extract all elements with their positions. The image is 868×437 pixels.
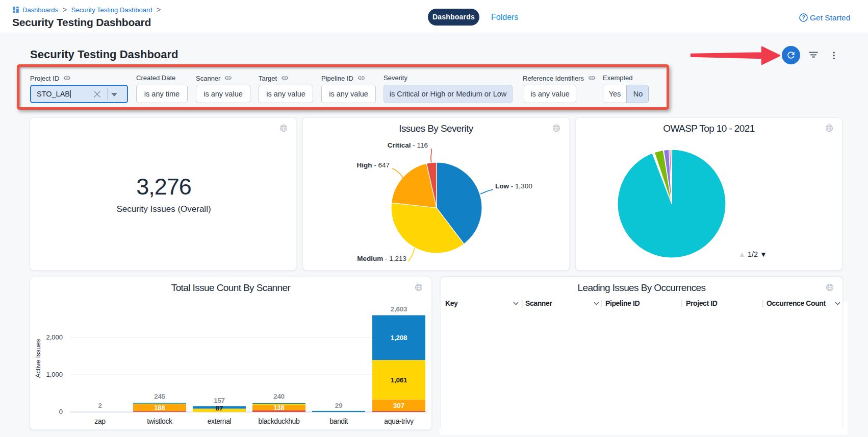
svg-text:138: 138 (273, 404, 285, 411)
svg-text:157: 157 (214, 397, 225, 404)
svg-text:2: 2 (98, 402, 101, 409)
svg-text:twistlock: twistlock (147, 417, 173, 425)
svg-text:245: 245 (154, 393, 165, 400)
svg-text:bandit: bandit (329, 417, 348, 425)
svg-text:1,061: 1,061 (391, 376, 407, 384)
svg-text:?: ? (802, 15, 805, 20)
svg-text:Low - 1,300: Low - 1,300 (495, 182, 532, 190)
svg-text:1,000: 1,000 (46, 371, 63, 378)
svg-text:307: 307 (393, 402, 405, 409)
svg-text:87: 87 (215, 404, 223, 412)
svg-text:2,603: 2,603 (391, 305, 407, 313)
svg-text:1,208: 1,208 (391, 334, 407, 342)
svg-text:29: 29 (335, 402, 342, 409)
svg-text:blackduckhub: blackduckhub (259, 417, 300, 425)
svg-text:2,000: 2,000 (46, 333, 63, 341)
svg-text:240: 240 (273, 393, 285, 400)
svg-text:Medium - 1,213: Medium - 1,213 (357, 255, 406, 262)
svg-text:188: 188 (154, 404, 165, 411)
svg-text:Critical - 116: Critical - 116 (388, 141, 428, 149)
svg-text:aqua-trivy: aqua-trivy (384, 417, 414, 425)
svg-text:zap: zap (94, 417, 106, 425)
svg-text:High - 647: High - 647 (356, 161, 390, 169)
svg-text:external: external (208, 417, 232, 425)
svg-text:Active Issues: Active Issues (34, 338, 42, 378)
svg-text:0: 0 (59, 408, 63, 416)
